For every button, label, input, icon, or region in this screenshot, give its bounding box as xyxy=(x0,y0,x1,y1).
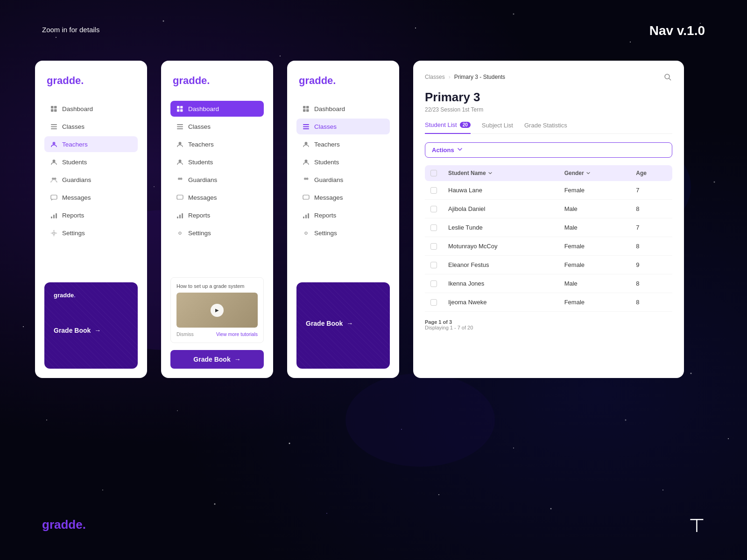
row-checkbox[interactable] xyxy=(430,299,437,306)
row-checkbox[interactable] xyxy=(430,280,437,287)
svg-rect-79 xyxy=(182,213,183,218)
svg-line-98 xyxy=(669,78,671,80)
svg-rect-84 xyxy=(306,109,309,112)
dashboard-icon xyxy=(302,105,310,112)
student-name: Ijeoma Nweke xyxy=(443,293,559,312)
svg-point-40 xyxy=(102,490,103,490)
nav-dashboard-p2[interactable]: Dashboard xyxy=(170,101,264,117)
grade-book-btn-3[interactable]: Grade Book → xyxy=(306,320,381,327)
play-button[interactable]: ▶ xyxy=(211,304,224,317)
breadcrumb-classes[interactable]: Classes xyxy=(425,74,445,80)
tabs: Student List 20 Subject List Grade Stati… xyxy=(425,121,672,134)
svg-point-35 xyxy=(289,443,290,444)
nav-teachers-p2[interactable]: Teachers xyxy=(170,136,264,152)
nav-settings[interactable]: Settings xyxy=(44,225,138,241)
nav-label: Dashboard xyxy=(314,105,345,112)
row-checkbox[interactable] xyxy=(430,187,437,194)
settings-icon xyxy=(302,229,310,237)
student-age: 7 xyxy=(630,181,672,200)
nav-classes-p3[interactable]: Classes xyxy=(296,119,390,134)
svg-rect-63 xyxy=(56,213,57,218)
tab-grade-statistics[interactable]: Grade Statistics xyxy=(524,121,567,133)
nav-messages-p3[interactable]: Messages xyxy=(296,189,390,205)
nav-label: Students xyxy=(314,159,339,166)
tutorial-title: How to set up a grade system xyxy=(176,283,258,289)
row-checkbox[interactable] xyxy=(430,206,437,212)
messages-icon xyxy=(302,194,310,201)
svg-rect-69 xyxy=(177,124,183,125)
dismiss-button[interactable]: Dismiss xyxy=(176,331,194,337)
svg-point-56 xyxy=(52,142,55,145)
teachers-icon xyxy=(176,140,183,148)
breadcrumb-current: Primary 3 - Students xyxy=(454,74,505,80)
nav-classes-p2[interactable]: Classes xyxy=(170,119,264,134)
nav-students-p2[interactable]: Students xyxy=(170,154,264,170)
svg-rect-54 xyxy=(51,126,57,127)
svg-point-38 xyxy=(625,420,627,421)
header-gender[interactable]: Gender xyxy=(559,165,631,181)
bottom-icon: ⊤ xyxy=(689,515,705,537)
dashboard-icon xyxy=(176,105,183,112)
messages-icon xyxy=(176,194,183,201)
nav-label: Classes xyxy=(314,123,337,130)
reports-icon xyxy=(302,211,310,219)
nav-dashboard-p3[interactable]: Dashboard xyxy=(296,101,390,117)
svg-point-41 xyxy=(214,504,216,505)
student-age: 8 xyxy=(630,200,672,218)
row-checkbox[interactable] xyxy=(430,262,437,268)
tab-subject-list[interactable]: Subject List xyxy=(482,121,513,133)
nav-guardians-p2[interactable]: Guardians xyxy=(170,172,264,188)
student-gender: Female xyxy=(559,237,631,256)
nav-teachers[interactable]: Teachers xyxy=(44,136,138,152)
svg-point-74 xyxy=(178,177,180,180)
svg-rect-67 xyxy=(177,109,180,112)
nav-label: Settings xyxy=(188,230,211,237)
nav-reports-p2[interactable]: Reports xyxy=(170,207,264,223)
row-checkbox[interactable] xyxy=(430,243,437,250)
nav-reports-p3[interactable]: Reports xyxy=(296,207,390,223)
nav-guardians[interactable]: Guardians xyxy=(44,172,138,188)
student-age: 8 xyxy=(630,293,672,312)
select-all-checkbox[interactable] xyxy=(430,170,437,176)
search-icon[interactable] xyxy=(663,72,672,82)
arrow-icon: → xyxy=(94,327,101,334)
guardians-icon xyxy=(302,176,310,183)
nav-students[interactable]: Students xyxy=(44,154,138,170)
nav-settings-p2[interactable]: Settings xyxy=(170,225,264,241)
student-name: Leslie Tunde xyxy=(443,218,559,237)
grade-book-btn-1[interactable]: Grade Book → xyxy=(54,327,128,334)
nav-students-p3[interactable]: Students xyxy=(296,154,390,170)
nav-settings-p3[interactable]: Settings xyxy=(296,225,390,241)
nav-dashboard[interactable]: Dashboard xyxy=(44,101,138,117)
svg-point-33 xyxy=(46,420,47,420)
svg-point-26 xyxy=(23,326,24,327)
nav-messages-p2[interactable]: Messages xyxy=(170,189,264,205)
tutorial-video[interactable]: ▶ xyxy=(176,293,258,328)
table-row: Hauwa Lane Female 7 xyxy=(425,181,672,200)
page-info: Page 1 of 3 xyxy=(425,319,672,325)
svg-rect-78 xyxy=(179,215,181,218)
view-more-tutorials-button[interactable]: View more tutorials xyxy=(216,331,258,337)
nav-guardians-p3[interactable]: Guardians xyxy=(296,172,390,188)
nav-teachers-p3[interactable]: Teachers xyxy=(296,136,390,152)
student-age: 8 xyxy=(630,237,672,256)
tab-student-list[interactable]: Student List 20 xyxy=(425,121,471,134)
teachers-icon xyxy=(302,140,310,148)
svg-point-44 xyxy=(550,508,552,510)
header-student-name[interactable]: Student Name xyxy=(443,165,559,181)
nav-reports[interactable]: Reports xyxy=(44,207,138,223)
grade-book-btn-2[interactable]: Grade Book → xyxy=(170,350,264,369)
svg-rect-82 xyxy=(306,106,309,109)
row-checkbox[interactable] xyxy=(430,224,437,231)
svg-rect-95 xyxy=(308,213,309,218)
svg-point-91 xyxy=(306,177,308,180)
messages-icon xyxy=(50,194,57,201)
classes-icon xyxy=(176,123,183,130)
nav-messages[interactable]: Messages xyxy=(44,189,138,205)
bottom-brand: gradde. xyxy=(42,518,86,532)
actions-button[interactable]: Actions xyxy=(425,142,672,158)
nav-label: Students xyxy=(62,159,87,166)
main-panel: Classes › Primary 3 - Students Primary 3… xyxy=(413,61,684,378)
svg-rect-55 xyxy=(51,128,57,129)
nav-classes[interactable]: Classes xyxy=(44,119,138,134)
